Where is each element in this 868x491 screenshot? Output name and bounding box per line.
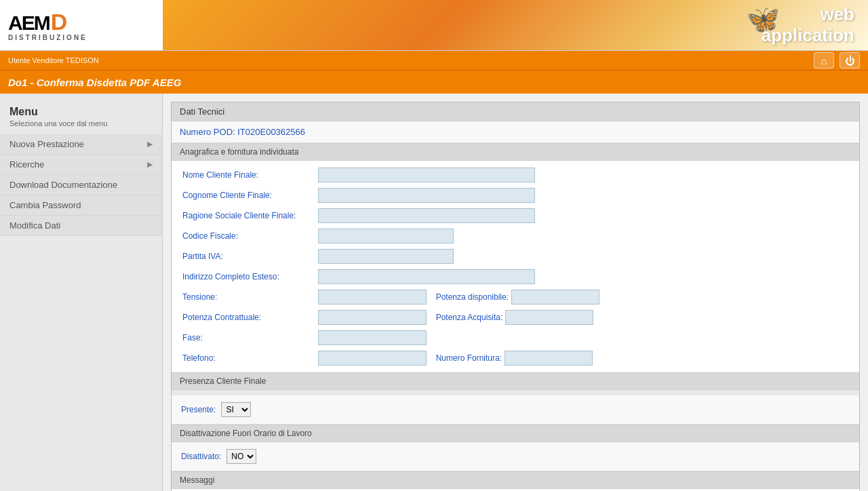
tensione-input[interactable] <box>318 290 427 305</box>
ragione-sociale-label: Ragione Sociale Cliente Finale: <box>178 205 314 226</box>
table-row: Indirizzo Completo Esteso: <box>178 267 852 287</box>
ragione-sociale-cell <box>314 205 852 226</box>
section-header-dati-tecnici: Dati Tecnici <box>172 102 859 121</box>
form-table: Nome Cliente Finale: Cognome Cliente Fin… <box>178 165 852 368</box>
potenza-contrattuale-cell: Potenza Acquisita: <box>314 307 852 328</box>
user-info: Utente Venditore TEDISON <box>8 56 814 64</box>
potenza-disponibile-label: Potenza disponibile: <box>436 292 509 302</box>
potenza-acquisita-input[interactable] <box>505 310 593 325</box>
sidebar-item-label: Ricerche <box>9 159 44 170</box>
codice-fiscale-cell <box>314 226 852 246</box>
sidebar-item-label: Modifica Dati <box>9 220 60 231</box>
disattivato-row: Disattivato: NO SI <box>172 442 859 471</box>
pod-number: Numero POD: IT020E00362566 <box>172 121 859 143</box>
presente-label: Presente: <box>181 405 216 414</box>
fase-cell <box>314 328 852 348</box>
potenza-contrattuale-input[interactable] <box>318 310 427 325</box>
disattivato-label: Disattivato: <box>181 452 221 461</box>
section-messaggi-header: Messaggi <box>172 471 859 489</box>
web-application-text: web application <box>762 4 854 46</box>
table-row: Partita IVA: <box>178 246 852 267</box>
numero-fornitura-input[interactable] <box>505 351 593 366</box>
cognome-cliente-cell <box>314 185 852 205</box>
table-row: Telefono: Numero Fornitura: <box>178 348 852 368</box>
arrow-icon: ▶ <box>147 140 153 149</box>
arrow-icon: ▶ <box>147 160 153 169</box>
form-area: Nome Cliente Finale: Cognome Cliente Fin… <box>172 161 859 372</box>
table-row: Tensione: Potenza disponibile: <box>178 287 852 307</box>
nome-cliente-cell <box>314 165 852 185</box>
cognome-cliente-input[interactable] <box>318 188 535 203</box>
header-banner: 🦋 web application <box>163 0 868 50</box>
partita-iva-cell <box>314 246 852 267</box>
sidebar-subtitle: Seleziona una voce dal menu <box>0 119 162 134</box>
fase-input[interactable] <box>318 330 427 345</box>
sidebar-item-label: Nuova Prestazione <box>9 139 84 149</box>
sidebar-item-ricerche[interactable]: Ricerche ▶ <box>0 155 162 175</box>
telefono-label: Telefono: <box>178 348 314 368</box>
tensione-potenza-cell: Potenza disponibile: <box>314 287 852 307</box>
sidebar-item-label: Download Documentazione <box>9 180 117 190</box>
logo-d: D <box>51 9 68 35</box>
ragione-sociale-input[interactable] <box>318 208 535 223</box>
sidebar: Menu Seleziona una voce dal menu Nuova P… <box>0 94 163 491</box>
telefono-fornitura-cell: Numero Fornitura: <box>314 348 852 368</box>
nome-cliente-input[interactable] <box>318 168 535 182</box>
page-title: Do1 - Conferma Disdetta PDF AEEG <box>8 77 181 88</box>
potenza-acquisita-label: Potenza Acquisita: <box>436 313 503 322</box>
table-row: Codice Fiscale: <box>178 226 852 246</box>
codice-fiscale-input[interactable] <box>318 229 454 243</box>
nome-cliente-label: Nome Cliente Finale: <box>178 165 314 185</box>
spacer <box>172 390 859 395</box>
logo-aem: AEM <box>8 12 50 35</box>
section-disattivazione-header: Disattivazione Fuori Orario di Lavoro <box>172 425 859 442</box>
sidebar-item-label: Cambia Password <box>9 200 81 210</box>
nav-icons: ⌂ ⏻ <box>814 52 860 68</box>
page-title-bar: Do1 - Conferma Disdetta PDF AEEG <box>0 70 868 94</box>
tensione-label: Tensione: <box>178 287 314 307</box>
presente-select[interactable]: SI NO <box>221 402 251 417</box>
indirizzo-input[interactable] <box>318 269 535 284</box>
indirizzo-cell <box>314 267 852 287</box>
indirizzo-label: Indirizzo Completo Esteso: <box>178 267 314 287</box>
logo-distribuzione: DISTRIBUZIONE <box>8 34 87 41</box>
main-form-wrapper: Dati Tecnici Numero POD: IT020E00362566 … <box>171 102 860 491</box>
potenza-contrattuale-label: Potenza Contrattuale: <box>178 307 314 328</box>
header: AEM D DISTRIBUZIONE 🦋 web application <box>0 0 868 51</box>
table-row: Cognome Cliente Finale: <box>178 185 852 205</box>
presence-row: Presente: SI NO <box>172 395 859 425</box>
partita-iva-label: Partita IVA: <box>178 246 314 267</box>
section-presenza-header: Presenza Cliente Finale <box>172 372 859 390</box>
disattivato-select[interactable]: NO SI <box>226 449 256 464</box>
table-row: Ragione Sociale Cliente Finale: <box>178 205 852 226</box>
partita-iva-input[interactable] <box>318 249 454 264</box>
table-row: Nome Cliente Finale: <box>178 165 852 185</box>
sidebar-item-modifica-dati[interactable]: Modifica Dati <box>0 216 162 236</box>
sidebar-title: Menu <box>0 100 162 119</box>
sub-section-anagrafica: Anagrafica e fornitura individuata <box>172 143 859 161</box>
home-button[interactable]: ⌂ <box>814 52 834 68</box>
numero-fornitura-label: Numero Fornitura: <box>436 353 502 363</box>
telefono-input[interactable] <box>318 351 427 366</box>
fase-label: Fase: <box>178 328 314 348</box>
sidebar-item-download[interactable]: Download Documentazione <box>0 175 162 195</box>
logo-area: AEM D DISTRIBUZIONE <box>0 0 163 50</box>
table-row: Potenza Contrattuale: Potenza Acquisita: <box>178 307 852 328</box>
codice-fiscale-label: Codice Fiscale: <box>178 226 314 246</box>
sidebar-item-cambia-password[interactable]: Cambia Password <box>0 195 162 216</box>
logout-button[interactable]: ⏻ <box>840 52 860 68</box>
table-row: Fase: <box>178 328 852 348</box>
main-layout: Menu Seleziona una voce dal menu Nuova P… <box>0 94 868 491</box>
orange-bar: Utente Venditore TEDISON ⌂ ⏻ <box>0 51 868 70</box>
cognome-cliente-label: Cognome Cliente Finale: <box>178 185 314 205</box>
sidebar-item-nuova-prestazione[interactable]: Nuova Prestazione ▶ <box>0 134 162 155</box>
content: Dati Tecnici Numero POD: IT020E00362566 … <box>163 94 868 491</box>
potenza-disponibile-input[interactable] <box>511 290 599 305</box>
